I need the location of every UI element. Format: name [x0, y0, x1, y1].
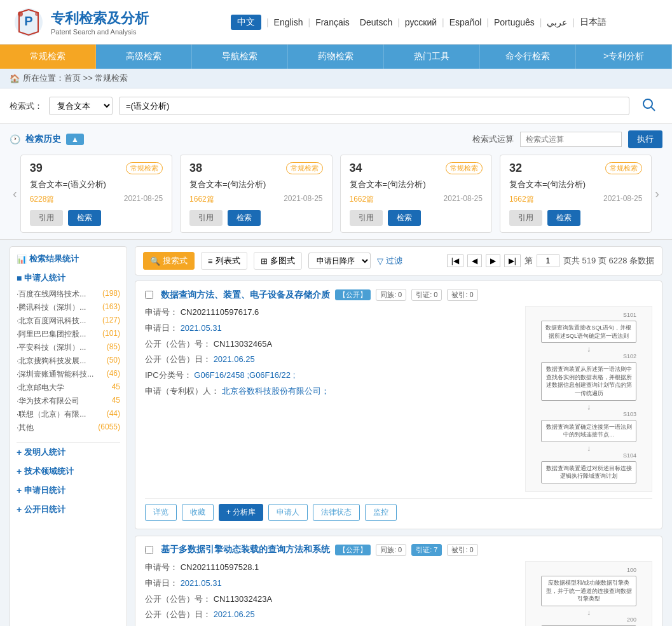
list-item: ·深圳壹账通智能科技... (46)	[17, 368, 120, 381]
card-num: 38	[189, 162, 202, 175]
svg-point-2	[18, 11, 23, 17]
card-search-btn[interactable]: 检索	[68, 210, 101, 226]
lang-ja[interactable]: 日本語	[580, 17, 607, 28]
lang-fr[interactable]: Français	[315, 17, 350, 27]
history-card: 32 常规检索 复合文本=(句法分析) 1662篇 2021-08-25 引用 …	[500, 155, 652, 233]
list-item: ·华为技术有限公司 45	[17, 394, 120, 408]
exec-button[interactable]: 执行	[628, 130, 662, 148]
analysis-btn[interactable]: + 分析库	[219, 504, 263, 521]
detail-btn[interactable]: 详览	[145, 504, 177, 521]
card-date: 2021-08-25	[444, 194, 483, 205]
logo-text: 专利检索及分析 Patent Search and Analysis	[51, 9, 149, 36]
lang-ar[interactable]: عربي	[547, 17, 567, 27]
cards-prev-btn[interactable]: ‹	[10, 186, 20, 201]
patent-content-row: 申请号： CN2021110597528.1 申请日： 2021.05.31 公…	[145, 561, 652, 626]
sidebar-applicant-items: ·百度在线网络技术... (198) ·腾讯科技（深圳）... (163) ·北…	[17, 288, 120, 435]
logo-icon: P	[13, 6, 45, 38]
lang-es[interactable]: Español	[449, 17, 482, 27]
patent-checkbox[interactable]	[145, 546, 153, 554]
clock-icon: 🕐	[10, 134, 20, 144]
tab-advanced-search[interactable]: 高级检索	[96, 45, 192, 69]
logo-cn-text: 专利检索及分析	[51, 9, 149, 28]
list-item: ·联想（北京）有限... (44)	[17, 408, 120, 421]
patent-title[interactable]: 基于多数据引擎动态装载的查询方法和系统	[161, 544, 330, 555]
patent-title-row: 基于多数据引擎动态装载的查询方法和系统 【公开】 同族: 0 引证: 7 被引:…	[145, 544, 652, 556]
patent-content-row: 申请号： CN2021110597617.6 申请日： 2021.05.31 公…	[145, 306, 652, 492]
card-date: 2021-08-25	[603, 194, 642, 205]
card-num: 34	[350, 162, 362, 175]
tab-drug-search[interactable]: 药物检索	[288, 45, 384, 69]
lang-zh[interactable]: 中文	[231, 15, 261, 30]
page-input[interactable]	[537, 254, 559, 267]
list-icon: ≡	[208, 256, 213, 266]
sidebar-inventor-title[interactable]: + 发明人统计	[17, 447, 120, 458]
sidebar-pubdate-title[interactable]: + 公开日统计	[17, 504, 120, 515]
sidebar-appdate-section: + 申请日统计	[17, 485, 120, 496]
tab-patent-analysis[interactable]: >专利分析	[576, 45, 672, 69]
logo-en-text: Patent Search and Analysis	[51, 28, 149, 36]
history-title: 🕐 检索历史 ▲	[10, 134, 84, 145]
card-search-btn[interactable]: 检索	[547, 210, 580, 226]
tab-nav-search[interactable]: 导航检索	[192, 45, 288, 69]
card-cite-btn[interactable]: 引用	[350, 210, 383, 226]
card-count: 1662篇	[509, 194, 534, 205]
filter-button[interactable]: ▽ 过滤	[377, 255, 402, 267]
tab-cmd-search[interactable]: 命令行检索	[480, 45, 576, 69]
search-input[interactable]	[119, 97, 629, 115]
sidebar-tech-title[interactable]: + 技术领域统计	[17, 466, 120, 477]
search-mode-btn[interactable]: 🔍 搜索式	[143, 252, 195, 270]
card-cite-btn[interactable]: 引用	[189, 210, 223, 226]
lang-ru[interactable]: русский	[405, 17, 437, 27]
patent-pub-no: 公开（公告）号： CN113032423A	[145, 593, 518, 606]
sidebar-applicant-title[interactable]: ■ 申请人统计	[17, 272, 120, 284]
applicant-btn[interactable]: 申请人	[268, 504, 308, 521]
lang-pt[interactable]: Português	[494, 17, 535, 27]
legal-status-btn[interactable]: 法律状态	[313, 504, 360, 521]
patent-status-badge: 【公开】	[335, 289, 371, 300]
page-last-btn[interactable]: ▶|	[504, 254, 521, 267]
card-search-btn[interactable]: 检索	[228, 210, 261, 226]
sort-select[interactable]: 申请日降序 申请日升序	[308, 253, 371, 269]
card-count: 6228篇	[30, 194, 55, 205]
grid-mode-btn[interactable]: ⊞ 多图式	[254, 252, 302, 270]
tab-regular-search[interactable]: 常规检索	[0, 45, 96, 69]
search-button[interactable]	[636, 95, 662, 117]
lang-de[interactable]: Deutsch	[360, 17, 392, 27]
formula-input[interactable]	[520, 132, 622, 147]
page-next-btn[interactable]: ▶	[486, 254, 500, 267]
svg-point-4	[643, 99, 652, 108]
patent-details: 申请号： CN2021110597617.6 申请日： 2021.05.31 公…	[145, 306, 518, 492]
cards-next-btn[interactable]: ›	[652, 186, 662, 201]
page-first-btn[interactable]: |◀	[447, 254, 463, 267]
search-type-select[interactable]: 复合文本	[49, 97, 113, 115]
lang-en[interactable]: English	[274, 17, 303, 27]
sidebar-pubdate-section: + 公开日统计	[17, 504, 120, 515]
history-card: 34 常规检索 复合文本=(句法分析) 1662篇 2021-08-25 引用 …	[340, 155, 492, 233]
svg-point-3	[35, 12, 39, 16]
home-icon[interactable]: 🏠	[10, 74, 20, 83]
card-query: 复合文本=(句法分析)	[350, 179, 483, 190]
flowchart: 100 应数据模型和/或功能数据引擎类型，并于统一通道的连接查询数据引擎类型 ↓…	[536, 562, 641, 626]
sidebar-appdate-title[interactable]: + 申请日统计	[17, 485, 120, 496]
page-prev-btn[interactable]: ◀	[467, 254, 482, 267]
patent-title[interactable]: 数据查询方法、装置、电子设备及存储介质	[161, 289, 330, 301]
patent-pub-date: 公开（公告）日： 2021.06.25	[145, 353, 518, 366]
search-bar: 检索式： 复合文本	[0, 88, 672, 124]
card-cite-btn[interactable]: 引用	[509, 210, 542, 226]
card-search-btn[interactable]: 检索	[388, 210, 421, 226]
card-type: 常规检索	[446, 162, 483, 174]
card-type: 常规检索	[286, 162, 323, 174]
list-mode-btn[interactable]: ≡ 列表式	[201, 252, 247, 270]
history-collapse-btn[interactable]: ▲	[66, 134, 84, 145]
breadcrumb-location: 所在位置：首页 >> 常规检索	[23, 73, 128, 84]
tab-hot-tools[interactable]: 热门工具	[384, 45, 480, 69]
main-content: 📊 检索结果统计 ■ 申请人统计 ·百度在线网络技术... (198) ·腾讯科…	[0, 240, 672, 626]
monitor-btn[interactable]: 监控	[365, 504, 397, 521]
history-header: 🕐 检索历史 ▲ 检索式运算 执行	[10, 130, 662, 148]
patent-status-badge: 【公开】	[335, 545, 371, 555]
patent-checkbox[interactable]	[145, 291, 153, 299]
card-cite-btn[interactable]: 引用	[30, 210, 63, 226]
collect-btn[interactable]: 收藏	[182, 504, 214, 521]
card-type: 常规检索	[126, 162, 163, 174]
sidebar-applicant-section: ■ 申请人统计 ·百度在线网络技术... (198) ·腾讯科技（深圳）... …	[17, 272, 120, 435]
